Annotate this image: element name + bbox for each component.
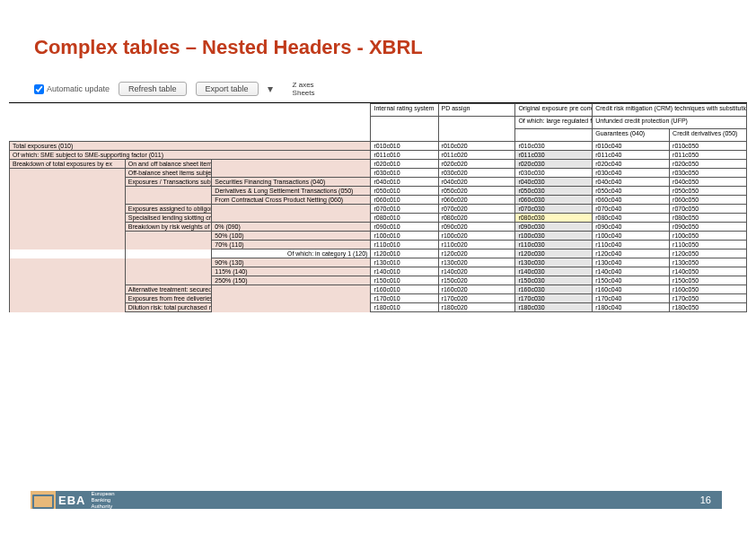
cell[interactable]: r040c030 bbox=[515, 178, 593, 187]
cell[interactable]: r020c050 bbox=[670, 160, 747, 169]
cell[interactable]: r040c010 bbox=[371, 178, 438, 187]
cell[interactable]: r050c010 bbox=[371, 187, 438, 196]
cell[interactable]: r180c040 bbox=[593, 303, 670, 312]
auto-update-input[interactable] bbox=[34, 84, 44, 94]
cell[interactable]: r110c040 bbox=[593, 241, 670, 249]
cell[interactable]: r060c010 bbox=[371, 196, 438, 205]
cell[interactable]: r030c050 bbox=[670, 169, 747, 178]
cell[interactable]: r140c020 bbox=[438, 267, 515, 276]
cell[interactable]: r030c030 bbox=[515, 169, 593, 178]
cell[interactable]: r060c020 bbox=[438, 196, 515, 205]
cell[interactable]: r130c050 bbox=[670, 258, 747, 267]
cell[interactable]: r011c010 bbox=[371, 151, 438, 160]
cell[interactable]: r100c040 bbox=[593, 232, 670, 241]
cell[interactable]: r080c050 bbox=[670, 214, 747, 223]
cell[interactable]: r010c030 bbox=[515, 142, 593, 151]
cell[interactable]: r110c030 bbox=[515, 241, 593, 249]
cell[interactable]: r160c010 bbox=[371, 285, 438, 294]
export-button[interactable]: Export table bbox=[196, 82, 259, 96]
cell[interactable]: r160c030 bbox=[515, 285, 593, 294]
cell[interactable]: r030c040 bbox=[593, 169, 670, 178]
cell[interactable]: r100c020 bbox=[438, 232, 515, 241]
cell[interactable]: r060c040 bbox=[593, 196, 670, 205]
cell[interactable]: r050c020 bbox=[438, 187, 515, 196]
cell[interactable]: r020c020 bbox=[438, 160, 515, 169]
cell[interactable]: r130c010 bbox=[371, 258, 438, 267]
cell[interactable]: r150c050 bbox=[670, 276, 747, 285]
cell[interactable]: r011c030 bbox=[515, 151, 593, 160]
cell[interactable]: r170c030 bbox=[515, 294, 593, 303]
cell[interactable]: r070c050 bbox=[670, 205, 747, 214]
cell[interactable]: r090c020 bbox=[438, 223, 515, 232]
cell[interactable]: r180c030 bbox=[515, 303, 593, 312]
cell[interactable]: r150c020 bbox=[438, 276, 515, 285]
cell[interactable]: r010c040 bbox=[593, 142, 670, 151]
cell[interactable]: r140c050 bbox=[670, 267, 747, 276]
refresh-button[interactable]: Refresh table bbox=[119, 82, 187, 96]
cell[interactable]: r011c020 bbox=[438, 151, 515, 160]
cell[interactable]: r070c030 bbox=[515, 205, 593, 214]
cell[interactable]: r060c050 bbox=[670, 196, 747, 205]
cell[interactable]: r060c030 bbox=[515, 196, 593, 205]
cell[interactable]: r120c050 bbox=[670, 249, 747, 258]
cell[interactable]: r150c030 bbox=[515, 276, 593, 285]
cell[interactable]: r010c010 bbox=[371, 142, 438, 151]
cell[interactable]: r100c050 bbox=[670, 232, 747, 241]
cell[interactable]: r130c030 bbox=[515, 258, 593, 267]
cell[interactable]: r030c010 bbox=[371, 169, 438, 178]
cell[interactable]: r150c010 bbox=[371, 276, 438, 285]
cell[interactable]: r140c040 bbox=[593, 267, 670, 276]
cell[interactable]: r050c040 bbox=[593, 187, 670, 196]
cell[interactable]: r070c010 bbox=[371, 205, 438, 214]
cell[interactable]: r030c020 bbox=[438, 169, 515, 178]
cell[interactable]: r180c020 bbox=[438, 303, 515, 312]
cell[interactable]: r180c010 bbox=[371, 303, 438, 312]
cell[interactable]: r011c040 bbox=[593, 151, 670, 160]
auto-update-checkbox[interactable]: Automatic update bbox=[34, 84, 110, 94]
cell[interactable]: r090c040 bbox=[593, 223, 670, 232]
cell[interactable]: r010c020 bbox=[438, 142, 515, 151]
cell[interactable]: r110c020 bbox=[438, 241, 515, 249]
cell[interactable]: r070c040 bbox=[593, 205, 670, 214]
cell[interactable]: r150c040 bbox=[593, 276, 670, 285]
cell[interactable]: r160c020 bbox=[438, 285, 515, 294]
cell[interactable]: r080c040 bbox=[593, 214, 670, 223]
cell[interactable]: r080c020 bbox=[438, 214, 515, 223]
cell[interactable]: r110c050 bbox=[670, 241, 747, 249]
cell[interactable]: r020c030 bbox=[515, 160, 593, 169]
cell[interactable]: r110c010 bbox=[371, 241, 438, 249]
cell[interactable]: r170c010 bbox=[371, 294, 438, 303]
cell[interactable]: r170c050 bbox=[670, 294, 747, 303]
cell[interactable]: r040c020 bbox=[438, 178, 515, 187]
cell[interactable]: r180c050 bbox=[670, 303, 747, 312]
cell[interactable]: r020c040 bbox=[593, 160, 670, 169]
cell[interactable]: r050c050 bbox=[670, 187, 747, 196]
cell[interactable]: r090c050 bbox=[670, 223, 747, 232]
cell[interactable]: r011c050 bbox=[670, 151, 747, 160]
dropdown-caret-icon[interactable]: ▾ bbox=[268, 83, 273, 95]
cell[interactable]: r100c030 bbox=[515, 232, 593, 241]
cell[interactable]: r080c010 bbox=[371, 214, 438, 223]
cell[interactable]: r050c030 bbox=[515, 187, 593, 196]
cell[interactable]: r020c010 bbox=[371, 160, 438, 169]
cell[interactable]: r170c040 bbox=[593, 294, 670, 303]
cell[interactable]: r040c050 bbox=[670, 178, 747, 187]
cell[interactable]: r090c010 bbox=[371, 223, 438, 232]
cell[interactable]: r080c030 bbox=[515, 214, 593, 223]
cell[interactable]: r120c040 bbox=[593, 249, 670, 258]
cell[interactable]: r010c050 bbox=[670, 142, 747, 151]
cell[interactable]: r140c030 bbox=[515, 267, 593, 276]
cell[interactable]: r120c020 bbox=[438, 249, 515, 258]
cell[interactable]: r090c030 bbox=[515, 223, 593, 232]
cell[interactable]: r140c010 bbox=[371, 267, 438, 276]
cell[interactable]: r160c050 bbox=[670, 285, 747, 294]
cell[interactable]: r040c040 bbox=[593, 178, 670, 187]
cell[interactable]: r070c020 bbox=[438, 205, 515, 214]
cell[interactable]: r100c010 bbox=[371, 232, 438, 241]
cell[interactable]: r130c020 bbox=[438, 258, 515, 267]
cell[interactable]: r170c020 bbox=[438, 294, 515, 303]
cell[interactable]: r160c040 bbox=[593, 285, 670, 294]
cell[interactable]: r120c010 bbox=[371, 249, 438, 258]
cell[interactable]: r120c030 bbox=[515, 249, 593, 258]
cell[interactable]: r130c040 bbox=[593, 258, 670, 267]
